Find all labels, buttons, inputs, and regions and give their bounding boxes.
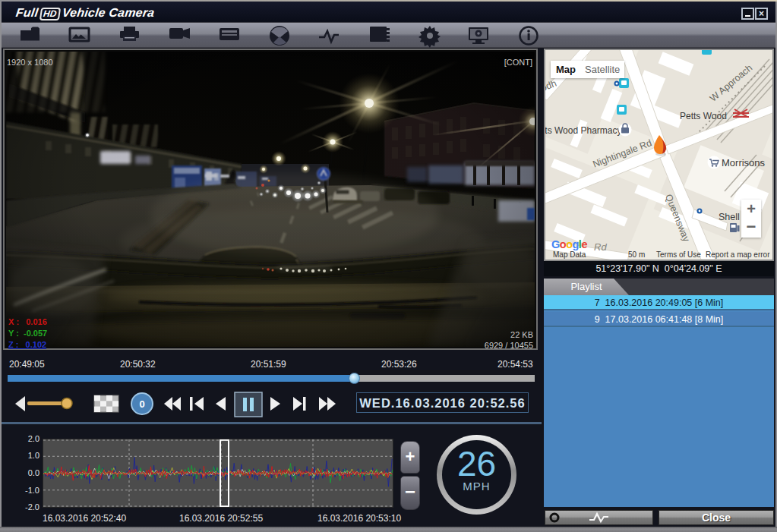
svg-text:0: 0 [139, 398, 144, 410]
